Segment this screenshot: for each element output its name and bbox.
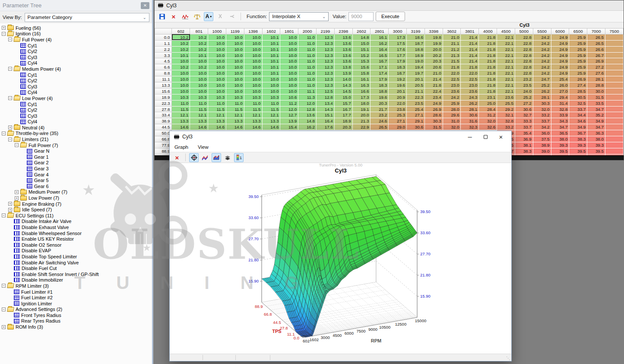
grid-cell[interactable]: 27.1 (389, 118, 407, 124)
row-header-11.1[interactable]: 11.1 (155, 76, 172, 82)
grid-cell[interactable]: 10.0 (244, 88, 262, 94)
row-header-38.9[interactable]: 38.9 (155, 118, 172, 124)
col-header-4500[interactable]: 4500 (497, 28, 515, 35)
row-header-13.3[interactable]: 13.3 (155, 82, 172, 88)
grid-cell[interactable]: 10.2 (172, 64, 190, 70)
grid-cell[interactable]: 35.2 (587, 112, 605, 118)
row-header-4.5[interactable]: 4.5 (155, 58, 172, 64)
tree-item-gear-1[interactable]: Gear 1 (1, 154, 152, 160)
grid-cell[interactable]: 10.0 (226, 52, 244, 58)
col-header-5500[interactable]: 5500 (533, 28, 551, 35)
row-header-44.5[interactable]: 44.5 (155, 124, 172, 130)
grid-cell[interactable]: 10.1 (262, 46, 280, 52)
grid-cell[interactable]: 23.5 (407, 100, 425, 106)
collapse-icon[interactable]: − (8, 138, 12, 141)
grid-cell[interactable]: 24.9 (551, 46, 569, 52)
grid-cell[interactable]: 11.0 (298, 52, 317, 58)
grid-cell[interactable]: 10.0 (244, 76, 262, 82)
col-header-2199[interactable]: 2199 (316, 28, 334, 35)
grid-cell[interactable]: 19.1 (352, 106, 371, 112)
grid-cell[interactable]: 10.0 (280, 64, 298, 70)
grid-cell[interactable]: 34.7 (587, 106, 605, 112)
tree-item-disable-top-speed-limiter[interactable]: Disable Top Speed Limiter (1, 254, 152, 260)
grid-cell[interactable] (605, 154, 623, 155)
grid-cell[interactable]: 10.0 (280, 46, 298, 52)
collapse-icon[interactable]: − (15, 143, 19, 147)
grid-cell[interactable]: 26.5 (587, 40, 605, 46)
grid-cell[interactable]: 12.1 (172, 112, 190, 118)
grid-cell[interactable]: 21.8 (461, 64, 479, 70)
surface-graph-button[interactable] (212, 153, 221, 162)
grid-cell[interactable]: 35.4 (515, 130, 533, 136)
grid-cell[interactable] (605, 100, 623, 106)
grid-cell[interactable]: 20.1 (389, 88, 407, 94)
grid-cell[interactable]: 10.0 (226, 46, 244, 52)
grid-cell[interactable]: 12.1 (208, 112, 226, 118)
grid-cell[interactable]: 25.9 (569, 64, 587, 70)
grid-cell[interactable]: 28.1 (461, 106, 479, 112)
grid-cell[interactable]: 10.0 (244, 34, 262, 40)
grid-cell[interactable]: 22.0 (461, 70, 479, 76)
grid-cell[interactable]: 11.5 (190, 106, 208, 112)
grid-cell[interactable]: 15.7 (334, 100, 352, 106)
grid-cell[interactable]: 18.8 (407, 46, 425, 52)
grid-cell[interactable]: 10.0 (172, 82, 190, 88)
rotate-button[interactable] (189, 153, 199, 162)
grid-cell[interactable]: 26.6 (587, 46, 605, 52)
grid-cell[interactable]: 16.1 (352, 76, 371, 82)
grid-cell[interactable]: 10.0 (244, 82, 262, 88)
tree-item-enable-shift-sensor-invert-gp-shift[interactable]: Enable Shift Sensor Invert / GP-Shift (1, 271, 152, 277)
grid-cell[interactable]: 12.8 (298, 106, 317, 112)
grid-cell[interactable]: 30.6 (461, 112, 479, 118)
grid-cell[interactable]: 31.2 (479, 112, 497, 118)
tree-item-gear-5[interactable]: Gear 5 (1, 177, 152, 183)
grid-cell[interactable]: 10.2 (190, 46, 208, 52)
grid-cell[interactable]: 11.0 (298, 46, 317, 52)
grid-cell[interactable]: 38.1 (515, 142, 533, 148)
grid-cell[interactable]: 10.3 (262, 94, 280, 100)
grid-cell[interactable]: 28.4 (479, 106, 497, 112)
grid-cell[interactable]: 28.5 (569, 88, 587, 94)
grid-cell[interactable]: 22.1 (497, 52, 515, 58)
grid-cell[interactable]: 15.4 (280, 124, 298, 130)
grid-cell[interactable]: 10.0 (190, 88, 208, 94)
tree-item-disable-wheelspeed-sensor[interactable]: Disable Wheelspeed Sensor (1, 230, 152, 236)
grid-cell[interactable]: 39.5 (551, 154, 569, 155)
grid-cell[interactable]: 10.3 (226, 94, 244, 100)
row-header-8.8[interactable]: 8.8 (155, 70, 172, 76)
collapse-icon[interactable]: − (2, 132, 6, 135)
tree-item-ecu-settings-11[interactable]: −ECU Settings (11) (1, 213, 152, 219)
grid-cell[interactable]: 34.2 (533, 124, 551, 130)
tree-item-rear-tyres-radius[interactable]: Rear Tyres Radius (1, 318, 152, 324)
tree-item-disable-intake-air-valve[interactable]: Disable Intake Air Valve (1, 219, 152, 225)
tree-item-disable-air-switching-valve[interactable]: Disable Air Switching Valve (1, 260, 152, 266)
grid-cell[interactable]: 22.9 (352, 124, 371, 130)
grid-cell[interactable] (605, 88, 623, 94)
grid-cell[interactable]: 22.1 (497, 82, 515, 88)
grid-cell[interactable]: 32.8 (551, 106, 569, 112)
grid-cell[interactable]: 10.0 (244, 70, 262, 76)
col-header-7500[interactable]: 7500 (605, 28, 623, 35)
grid-cell[interactable]: 16.7 (371, 58, 389, 64)
trace-button[interactable] (181, 12, 190, 21)
grid-cell[interactable]: 24.2 (533, 52, 551, 58)
grid-cell[interactable]: 19.9 (424, 40, 443, 46)
tree-item-cyl1[interactable]: Cyl1 (1, 43, 152, 49)
row-header-0.0[interactable]: 0.0 (155, 34, 172, 40)
grid-cell[interactable]: 15.1 (316, 112, 334, 118)
grid-cell[interactable]: 18.6 (407, 34, 425, 40)
grid-cell[interactable]: 23.5 (515, 82, 533, 88)
close-icon[interactable]: ✕ (141, 2, 149, 9)
grid-cell[interactable]: 24.2 (533, 34, 551, 40)
grid-cell[interactable]: 20.9 (389, 94, 407, 100)
grid-cell[interactable]: 31.5 (587, 94, 605, 100)
grid-cell[interactable]: 26.0 (551, 82, 569, 88)
grid-cell[interactable] (605, 58, 623, 64)
grid-cell[interactable]: 39.3 (551, 142, 569, 148)
grid-cell[interactable]: 21.8 (424, 82, 443, 88)
grid-cell[interactable]: 23.4 (424, 94, 443, 100)
tree-item-disable-immobilizer[interactable]: Disable Immobilizer (1, 277, 152, 283)
grid-cell[interactable]: 11.0 (298, 70, 317, 76)
grid-cell[interactable]: 17.4 (371, 70, 389, 76)
grid-cell[interactable] (605, 124, 623, 130)
